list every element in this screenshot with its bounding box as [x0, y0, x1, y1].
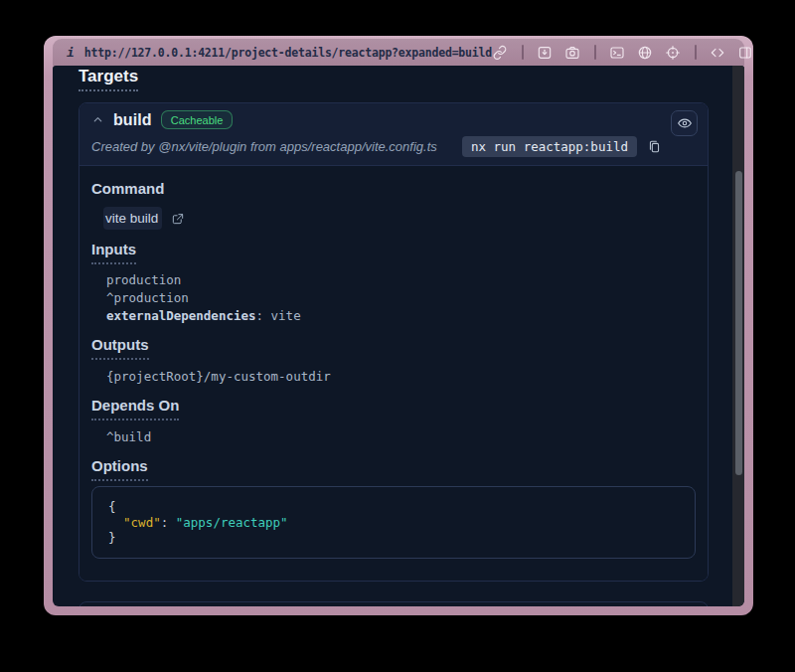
options-section-heading: Options: [91, 457, 696, 481]
eye-icon: [677, 115, 693, 131]
command-section-heading: Command: [91, 180, 696, 198]
globe-icon[interactable]: [637, 44, 654, 61]
project-details-viewport: Targets build Cacheable: [53, 66, 744, 606]
serve-header-row[interactable]: serve vite serve: [80, 602, 708, 607]
json-key: "cwd": [123, 515, 161, 530]
side-panel-icon[interactable]: [737, 44, 754, 61]
build-card-body: Command vite build Inputs production ^pr…: [80, 165, 708, 581]
input-kv-key: externalDependencies: [106, 308, 256, 323]
cacheable-badge: Cacheable: [161, 110, 234, 129]
browser-titlebar: i http://127.0.0.1:4211/project-details/…: [53, 39, 744, 66]
link-icon[interactable]: [492, 44, 509, 61]
scrollbar-track[interactable]: [732, 66, 744, 606]
depends-on-section-heading: Depends On: [91, 397, 696, 420]
command-value: vite build: [103, 207, 162, 230]
url-text[interactable]: http://127.0.0.1:4211/project-details/re…: [84, 46, 492, 60]
targets-heading: Targets: [79, 66, 709, 91]
info-icon: i: [67, 45, 75, 60]
depends-on-item: ^build: [106, 428, 696, 446]
created-by-text: Created by @nx/vite/plugin from apps/rea…: [91, 139, 452, 154]
target-name: build: [113, 111, 152, 129]
browser-window: i http://127.0.0.1:4211/project-details/…: [44, 36, 753, 615]
input-item: ^production: [106, 289, 696, 307]
input-kv-value: : vite: [256, 308, 301, 323]
titlebar-actions: [492, 44, 754, 61]
terminal-icon[interactable]: [609, 44, 626, 61]
external-link-icon[interactable]: [171, 212, 185, 226]
input-item: externalDependencies: vite: [106, 307, 696, 325]
crosshair-icon[interactable]: [665, 44, 682, 61]
inputs-list: production ^production externalDependenc…: [106, 271, 696, 325]
input-item: production: [106, 271, 696, 289]
page-content: Targets build Cacheable: [53, 66, 744, 606]
outputs-heading-text[interactable]: Outputs: [91, 336, 149, 360]
titlebar-divider: [594, 45, 596, 60]
code-brackets-icon[interactable]: [710, 44, 726, 61]
view-target-graph-button[interactable]: [671, 110, 698, 136]
targets-heading-text[interactable]: Targets: [79, 67, 138, 91]
json-line: {: [108, 499, 679, 515]
output-item: {projectRoot}/my-custom-outdir: [106, 368, 696, 386]
command-line: vite build: [103, 207, 696, 230]
build-card-header: build Cacheable Created by @nx/vite/plug…: [80, 103, 708, 165]
inputs-section-heading: Inputs: [91, 241, 696, 264]
inputs-heading-text[interactable]: Inputs: [91, 241, 136, 264]
copy-icon[interactable]: [647, 139, 662, 154]
depends-on-heading-text[interactable]: Depends On: [91, 397, 179, 420]
build-header-subrow: Created by @nx/vite/plugin from apps/rea…: [91, 135, 698, 158]
target-card-serve: serve vite serve: [79, 601, 709, 607]
outputs-section-heading: Outputs: [91, 336, 696, 360]
camera-icon[interactable]: [564, 44, 581, 61]
titlebar-divider: [695, 45, 697, 60]
download-icon[interactable]: [537, 44, 554, 61]
options-json-block: { "cwd": "apps/reactapp" }: [91, 486, 696, 559]
scrollbar-thumb[interactable]: [735, 171, 742, 475]
build-header-row[interactable]: build Cacheable: [91, 108, 698, 131]
options-heading-text[interactable]: Options: [91, 457, 148, 481]
json-line: }: [108, 530, 679, 546]
json-line: "cwd": "apps/reactapp": [108, 515, 679, 531]
target-card-build: build Cacheable Created by @nx/vite/plug…: [79, 102, 709, 582]
titlebar-divider: [522, 45, 524, 60]
run-command-chip: nx run reactapp:build: [462, 136, 637, 157]
json-value: "apps/reactapp": [176, 515, 288, 530]
chevron-up-icon[interactable]: [91, 113, 104, 126]
